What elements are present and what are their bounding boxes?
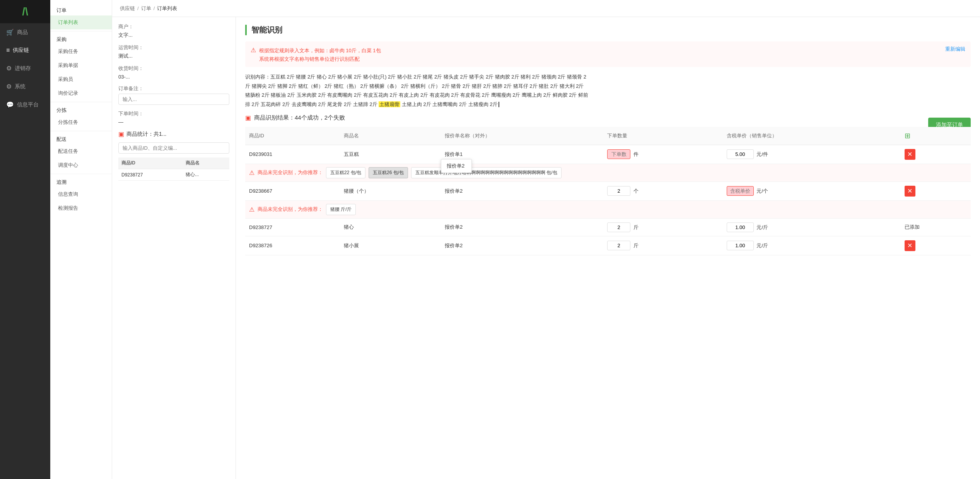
row0-price[interactable]: 元/件: [723, 145, 901, 164]
row0-quote[interactable]: 报价单1 报价单2: [441, 145, 603, 164]
th-price: 含税单价（销售单位）: [723, 127, 901, 145]
sidebar-item-system[interactable]: ⚙ 系统: [0, 77, 50, 96]
breadcrumb-supply[interactable]: 供应链: [120, 5, 135, 12]
highlight-text: 土猪扇骨: [379, 101, 400, 107]
sidebar-item-inventory-label: 进销存: [15, 65, 31, 72]
sub-section-purchase: 采购: [50, 33, 112, 44]
dropdown-item-0[interactable]: 报价单2: [441, 159, 471, 173]
sub-item-info-query[interactable]: 信息查询: [50, 187, 112, 201]
alert-cell-1: ⚠ 商品未完全识别，为你推荐： 猪腰 斤/斤: [245, 200, 971, 218]
recognition-panel: 智能识别 ⚠ 根据指定规则录入文本，例如：卤牛肉 10斤，白菜 1包 系统将根据…: [236, 17, 980, 479]
suggestion-btn-0-1[interactable]: 五豆糕26 包/包: [369, 167, 408, 178]
breadcrumb-order[interactable]: 订单: [141, 5, 151, 12]
mini-th-name: 商品名: [183, 157, 229, 169]
sub-item-delivery-task[interactable]: 配送任务: [50, 144, 112, 158]
sub-item-sort-task[interactable]: 分拣任务: [50, 115, 112, 129]
order-panel: 商户： 文字... 运营时间： 测试... 收货时间： 03-... 订单备注：…: [112, 17, 236, 479]
alert-label-0: 商品未完全识别，为你推荐：: [258, 169, 323, 176]
row2-qty[interactable]: 斤: [603, 218, 723, 236]
delete-btn-1[interactable]: ✕: [905, 186, 915, 197]
row2-price[interactable]: 元/斤: [723, 218, 901, 236]
sub-item-order-list[interactable]: 订单列表: [50, 15, 112, 29]
delete-btn-0[interactable]: ✕: [905, 149, 915, 160]
panel-title: 智能识别: [245, 25, 971, 35]
row3-quote: 报价单2: [441, 236, 603, 255]
qty-input-3[interactable]: [607, 241, 630, 250]
suggestion-btn-0-2[interactable]: 五豆糕发顺丰打开地方哈啊啊啊啊啊啊啊啊啊啊啊啊啊啊啊啊啊 包/包: [411, 167, 562, 178]
warning-line1: ⚠ 根据指定规则录入文本，例如：卤牛肉 10斤，白菜 1包: [251, 45, 965, 55]
sub-item-purchase-task[interactable]: 采购任务: [50, 44, 112, 58]
qty-input-1[interactable]: [607, 186, 630, 196]
product-search-input[interactable]: [118, 142, 229, 154]
suggestion-btn-1-0[interactable]: 猪腰 斤/斤: [326, 204, 356, 215]
sub-item-dispatch[interactable]: 调度中心: [50, 158, 112, 172]
logo: /\: [0, 0, 50, 23]
price-input-3[interactable]: [727, 241, 754, 250]
row3-name: 猪小展: [340, 236, 441, 255]
sub-item-purchase-doc[interactable]: 采购单据: [50, 58, 112, 72]
price-input-0[interactable]: [727, 149, 754, 159]
alert-label-1: 商品未完全识别，为你推荐：: [258, 206, 323, 213]
quote-dropdown-0[interactable]: 报价单2: [441, 159, 472, 173]
result-summary: ▣ 商品识别结果：44个成功，2个失败: [245, 114, 971, 121]
row1-qty[interactable]: 个: [603, 181, 723, 200]
price-input-2[interactable]: [727, 222, 754, 232]
table-row-3: D9238726 猪小展 报价单2 斤 元/斤: [245, 236, 971, 255]
supply-icon: ≡: [6, 47, 10, 54]
divider-1: [50, 31, 112, 31]
sidebar-item-info-label: 信息平台: [17, 101, 39, 108]
alert-icon-1: ⚠: [249, 206, 254, 213]
sidebar-item-info[interactable]: 💬 信息平台: [0, 96, 50, 114]
sidebar-item-supply[interactable]: ≡ 供应链: [0, 41, 50, 59]
runtime-label: 运营时间：: [118, 44, 229, 51]
row3-qty[interactable]: 斤: [603, 236, 723, 255]
row0-action[interactable]: ✕: [901, 145, 971, 164]
row0-name: 五豆糕: [340, 145, 441, 164]
row3-price[interactable]: 元/斤: [723, 236, 901, 255]
re-edit-button[interactable]: 重新编辑: [945, 45, 965, 53]
runtime-field: 运营时间： 测试...: [118, 44, 229, 60]
row1-action[interactable]: ✕: [901, 181, 971, 200]
alert-row-1: ⚠ 商品未完全识别，为你推荐： 猪腰 斤/斤: [245, 200, 971, 218]
row1-price-unit: 元/个: [756, 188, 768, 194]
sub-item-purchaser[interactable]: 采购员: [50, 72, 112, 86]
row3-action[interactable]: ✕: [901, 236, 971, 255]
row3-unit: 斤: [633, 243, 639, 248]
price-input-1[interactable]: [727, 186, 754, 196]
row0-qty[interactable]: 件: [603, 145, 723, 164]
recognition-content: 识别内容：五豆糕 2斤 猪腰 2斤 猪心 2斤 猪小展 2斤 猪小肚(只) 2斤…: [245, 72, 971, 109]
sidebar-item-inventory[interactable]: ⚙ 进销存: [0, 59, 50, 77]
row1-unit: 个: [633, 188, 639, 194]
row0-id: D9239031: [245, 145, 340, 164]
receive-field: 收货时间： 03-...: [118, 65, 229, 80]
notes-input[interactable]: [118, 94, 229, 105]
row2-unit: 斤: [633, 224, 639, 230]
sub-section-delivery: 配送: [50, 133, 112, 144]
th-product-id: 商品ID: [245, 127, 340, 145]
notes-field: 订单备注：: [118, 85, 229, 105]
table-header-row: 商品ID 商品名 报价单名称（对外） 下单数量 含税单价（销售单位） ⊞: [245, 127, 971, 145]
sub-sidebar: 订单 订单列表 采购 采购任务 采购单据 采购员 询价记录 分拣 分拣任务 配送…: [50, 0, 112, 479]
sub-section-trace: 追溯: [50, 176, 112, 187]
merchant-label: 商户：: [118, 23, 229, 30]
delete-btn-3[interactable]: ✕: [905, 240, 915, 251]
breadcrumb-current: 订单列表: [157, 5, 177, 12]
suggestion-btn-0-0[interactable]: 五豆糕22 包/包: [326, 167, 365, 178]
sub-item-inquiry[interactable]: 询价记录: [50, 86, 112, 100]
sidebar-item-system-label: 系统: [15, 83, 26, 90]
qty-input-0[interactable]: [607, 149, 630, 159]
sub-item-detection[interactable]: 检测报告: [50, 201, 112, 215]
sidebar-item-goods[interactable]: 🛒 商品: [0, 23, 50, 41]
breadcrumb: 供应链 / 订单 / 订单列表: [112, 0, 980, 17]
mini-th-id: 商品ID: [118, 157, 183, 169]
alert-row-0: ⚠ 商品未完全识别，为你推荐： 五豆糕22 包/包 五豆糕26 包/包 五豆糕发…: [245, 164, 971, 181]
th-product-name: 商品名: [340, 127, 441, 145]
system-icon: ⚙: [6, 83, 12, 90]
row1-price[interactable]: 元/个: [723, 181, 901, 200]
qty-input-2[interactable]: [607, 222, 630, 232]
row0-price-unit: 元/件: [756, 151, 768, 157]
row1-id: D9238667: [245, 181, 340, 200]
row2-price-unit: 元/斤: [756, 224, 768, 230]
content-area: 商户： 文字... 运营时间： 测试... 收货时间： 03-... 订单备注：…: [112, 17, 980, 479]
alert-cell-0: ⚠ 商品未完全识别，为你推荐： 五豆糕22 包/包 五豆糕26 包/包 五豆糕发…: [245, 164, 971, 181]
